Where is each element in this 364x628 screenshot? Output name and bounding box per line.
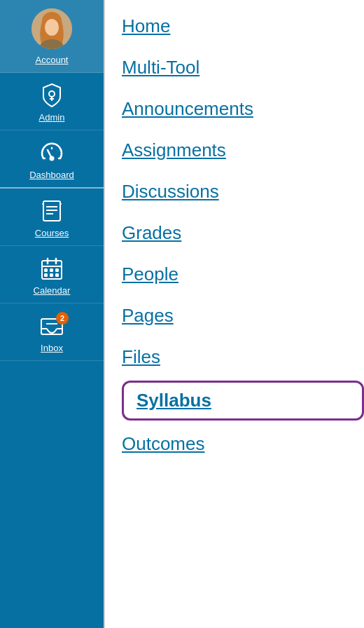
nav-link-home[interactable]: Home — [122, 6, 364, 47]
sidebar-dashboard-label: Dashboard — [29, 170, 74, 180]
nav-link-discussions[interactable]: Discussions — [122, 171, 364, 212]
sidebar-item-admin[interactable]: Admin — [0, 73, 104, 130]
sidebar-item-dashboard[interactable]: Dashboard — [0, 130, 104, 189]
nav-link-multi-tool[interactable]: Multi-Tool — [122, 47, 364, 88]
nav-link-grades[interactable]: Grades — [122, 212, 364, 254]
admin-icon — [38, 81, 66, 109]
sidebar-account-label: Account — [36, 55, 69, 65]
svg-rect-26 — [56, 274, 58, 276]
avatar — [31, 8, 72, 49]
nav-link-pages[interactable]: Pages — [122, 295, 364, 336]
nav-link-assignments[interactable]: Assignments — [122, 130, 364, 171]
svg-rect-23 — [56, 269, 58, 271]
sidebar-item-calendar[interactable]: Calendar — [0, 246, 104, 303]
sidebar-admin-label: Admin — [39, 112, 65, 123]
dashboard-icon — [38, 139, 66, 167]
sidebar-item-courses[interactable]: Courses — [0, 189, 104, 246]
svg-rect-21 — [45, 269, 47, 271]
courses-icon — [38, 197, 66, 225]
course-navigation: Home Multi-Tool Announcements Assignment… — [105, 0, 364, 628]
svg-rect-24 — [45, 274, 47, 276]
svg-point-3 — [49, 91, 55, 97]
svg-point-2 — [45, 19, 59, 36]
calendar-icon — [38, 254, 66, 282]
sidebar: Account Admin Da — [0, 0, 105, 628]
svg-rect-22 — [50, 269, 52, 271]
svg-rect-25 — [50, 274, 52, 276]
svg-point-7 — [50, 157, 54, 161]
nav-link-announcements[interactable]: Announcements — [122, 88, 364, 130]
inbox-badge-count: 2 — [56, 312, 69, 325]
inbox-badge-wrapper: 2 — [38, 312, 66, 340]
nav-link-syllabus[interactable]: Syllabus — [122, 381, 364, 421]
nav-link-outcomes[interactable]: Outcomes — [122, 423, 364, 465]
sidebar-inbox-label: Inbox — [41, 343, 63, 353]
sidebar-calendar-label: Calendar — [34, 285, 71, 296]
nav-link-files[interactable]: Files — [122, 336, 364, 378]
sidebar-item-inbox[interactable]: 2 Inbox — [0, 303, 104, 361]
nav-link-people[interactable]: People — [122, 254, 364, 295]
sidebar-courses-label: Courses — [35, 228, 69, 238]
sidebar-item-account[interactable]: Account — [0, 0, 104, 73]
